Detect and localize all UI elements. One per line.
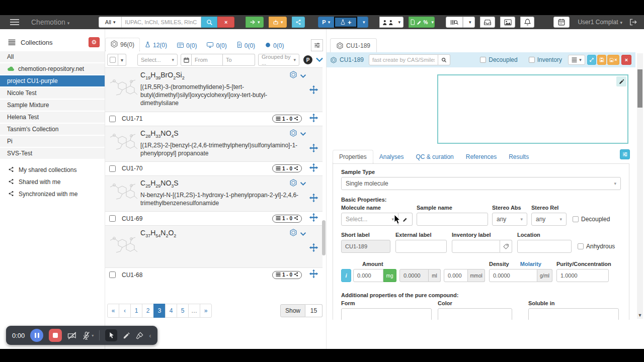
external-label-input[interactable] — [395, 240, 447, 253]
mic-off-control[interactable]: ▾ — [83, 331, 94, 340]
collection-item[interactable]: All — [0, 51, 105, 62]
collection-item[interactable]: Sample Mixture — [0, 100, 105, 111]
chevron-down-icon[interactable] — [300, 229, 306, 238]
sample-type-select[interactable]: Single molecule▾ — [341, 177, 621, 190]
sample-checkbox[interactable] — [109, 215, 116, 222]
chevron-down-icon[interactable] — [300, 129, 306, 138]
scrollbar-down-arrow[interactable]: ▼ — [637, 313, 643, 318]
decoupled-header-checkbox[interactable]: Decoupled — [480, 56, 517, 63]
move-sample-icon[interactable] — [309, 163, 318, 174]
sample-benzene-icon[interactable] — [290, 129, 297, 139]
save-button[interactable] — [597, 55, 606, 65]
sample-card[interactable]: C19H39BrO2Si2[(1R,5R)-3-(bromomethyliden… — [105, 67, 323, 112]
inventory-header-checkbox[interactable]: Inventory — [529, 56, 562, 63]
sample-benzene-icon[interactable] — [290, 179, 297, 189]
barcode-scan-button[interactable] — [446, 17, 463, 28]
pause-recording-button[interactable] — [30, 329, 43, 342]
gallery-button[interactable] — [500, 17, 515, 28]
hamburger-menu-icon[interactable] — [10, 19, 19, 25]
user-menu[interactable]: User1 Complat▾ — [578, 19, 622, 26]
plan-scan-button[interactable]: P▾ — [318, 17, 334, 28]
sample-task-button[interactable]: ▾ — [379, 17, 404, 28]
page-button[interactable]: 3 — [153, 304, 166, 318]
move-sample-icon[interactable] — [309, 213, 318, 224]
notifications-button[interactable] — [520, 17, 534, 28]
cursor-tool-button[interactable] — [105, 329, 117, 341]
global-search-input[interactable] — [122, 17, 201, 28]
color-select[interactable] — [438, 308, 512, 320]
sample-row[interactable]: CU1-711 - 0 — [105, 112, 323, 126]
sample-card[interactable]: C28H33NO4S[(1R,2S)-2-[benzyl-(2,4,6-trim… — [105, 126, 323, 161]
save-and-close-button[interactable]: × — [607, 55, 619, 65]
detail-scrollbar[interactable]: ▼ — [637, 53, 643, 319]
search-scope-dropdown[interactable]: All▾ — [99, 17, 122, 28]
anhydrous-checkbox[interactable]: Anhydrous — [578, 243, 615, 250]
element-tab-research-plan[interactable]: 0(0) — [232, 40, 260, 51]
density-toggle[interactable]: Density — [489, 261, 509, 267]
shared-collection-item[interactable]: Synchronized with me — [0, 188, 105, 200]
amount-info-button[interactable]: i — [341, 269, 351, 282]
chevron-down-icon[interactable] — [300, 71, 306, 80]
camera-off-icon[interactable] — [67, 331, 77, 340]
structure-editor-canvas[interactable] — [437, 74, 628, 144]
fast-create-input[interactable] — [369, 54, 438, 65]
filter-select[interactable]: Select...▾ — [137, 54, 178, 66]
fast-create-search-button[interactable] — [438, 54, 450, 65]
page-button[interactable]: » — [200, 304, 212, 318]
detail-tab[interactable]: CU1-189 — [330, 38, 377, 53]
per-page-value[interactable]: 15 — [305, 304, 323, 317]
brand-menu[interactable]: Chemotion▾ — [31, 18, 69, 26]
amount-g-unit[interactable]: mg — [383, 269, 396, 282]
sample-row[interactable]: CU1-681 - 0 — [105, 267, 323, 282]
stereo-abs-select[interactable]: any▾ — [492, 213, 527, 226]
amount-mol-unit[interactable]: mmol — [468, 269, 485, 282]
move-sample-icon[interactable] — [309, 85, 318, 97]
collection-item[interactable]: Helena Test — [0, 112, 105, 123]
select-all-dropdown[interactable]: ▾ — [118, 54, 126, 66]
tab-properties[interactable]: Properties — [333, 150, 373, 163]
create-element-dropdown[interactable]: ▾ — [357, 17, 368, 28]
list-options-button[interactable] — [311, 39, 323, 51]
page-button[interactable]: 1 — [130, 304, 142, 318]
scanner-dropdown[interactable]: ▾ — [463, 17, 475, 28]
product-filter-badge[interactable]: P — [303, 55, 312, 64]
scrollbar-thumb[interactable] — [637, 69, 642, 108]
collapse-all-chevron-icon[interactable] — [315, 57, 324, 63]
form-select[interactable] — [341, 308, 432, 320]
tab-layout-button[interactable] — [620, 149, 630, 159]
stereo-rel-select[interactable]: any▾ — [531, 213, 567, 226]
shared-collection-item[interactable]: Shared with me — [0, 176, 105, 188]
analyses-count-badge[interactable]: 1 - 0 — [272, 115, 302, 123]
grouped-by-select[interactable]: Grouped by ...▾ — [258, 54, 299, 66]
clear-search-button[interactable]: × — [217, 17, 234, 28]
scrollbar-thumb[interactable] — [322, 220, 326, 255]
collapse-toolbar-chevron[interactable]: ‹ — [149, 332, 151, 339]
sample-name-input[interactable] — [417, 213, 488, 226]
decoupled-checkbox[interactable]: Decoupled — [573, 216, 610, 223]
tab-analyses[interactable]: Analyses — [373, 150, 410, 163]
sample-checkbox[interactable] — [109, 165, 116, 172]
analyses-count-badge[interactable]: 1 - 0 — [272, 271, 302, 279]
sample-card[interactable]: C25H29NO3SN-benzyl-N-[(1R,2S)-1-hydroxy-… — [105, 175, 323, 211]
molarity-toggle[interactable]: Molarity — [520, 261, 541, 267]
collection-item[interactable]: chemotion-repository.net — [0, 63, 105, 74]
page-button[interactable]: 5 — [177, 304, 189, 318]
import-dropdown-button[interactable]: ▾ — [269, 17, 287, 28]
layout-dropdown-button[interactable]: ▾ — [568, 55, 585, 65]
element-tab-screen[interactable]: 0(0) — [202, 40, 231, 51]
amount-g-input[interactable] — [353, 269, 383, 282]
collection-item[interactable]: Tasnim's Collection — [0, 124, 105, 135]
stop-recording-button[interactable] — [49, 329, 62, 342]
collection-item[interactable]: Nicole Test — [0, 87, 105, 99]
page-button[interactable]: ‹ — [119, 304, 131, 318]
page-button[interactable]: … — [188, 304, 200, 318]
element-tab-sample-benzene[interactable]: 96(0) — [105, 38, 140, 51]
show-button[interactable]: Show — [280, 304, 305, 317]
sample-row[interactable]: CU1-701 - 0 — [105, 161, 323, 175]
sample-checkbox[interactable] — [109, 272, 116, 278]
element-tab-wellplate[interactable]: 0(0) — [172, 40, 202, 51]
amount-mol-input[interactable] — [444, 269, 468, 282]
edit-molecule-name-button[interactable] — [398, 213, 413, 226]
inventory-label-input[interactable] — [452, 240, 500, 253]
sample-benzene-icon[interactable] — [290, 71, 297, 80]
